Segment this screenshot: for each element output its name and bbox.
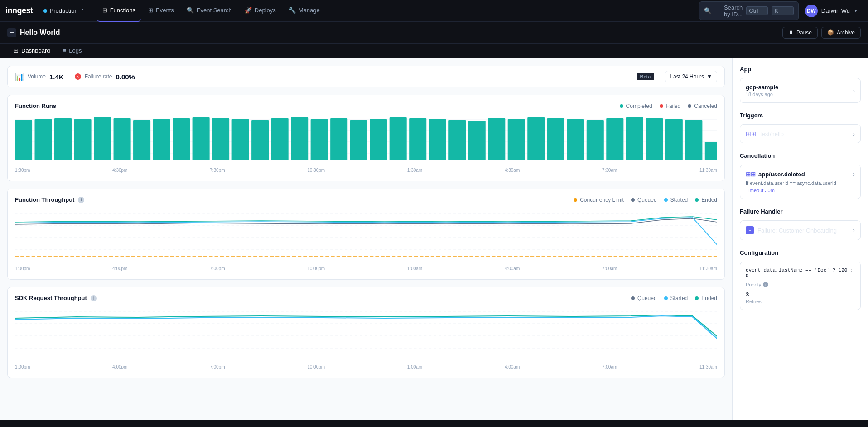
sdk-queued-dot [631, 296, 635, 300]
throughput-legend: Concurrency Limit Queued Started Ended [574, 197, 717, 203]
global-search[interactable]: 🔍 Search by ID... Ctrl K [699, 1, 799, 20]
nav-manage[interactable]: 🔧 Manage [283, 0, 325, 22]
function-title: Hello World [20, 29, 779, 37]
canceled-dot [688, 104, 691, 108]
svg-rect-29 [488, 118, 505, 160]
sdk-legend: Queued Started Ended [631, 295, 717, 301]
svg-rect-18 [271, 118, 289, 160]
config-section-title: Configuration [740, 249, 861, 256]
sub-header: ☰ Hello World ⏸ Pause 📦 Archive [0, 22, 868, 44]
completed-dot [620, 104, 623, 108]
runs-legend: Completed Failed Canceled [620, 103, 717, 109]
env-chevron: ⌃ [81, 8, 84, 13]
throughput-title: Function Throughput [15, 196, 74, 203]
throughput-info-icon: i [78, 197, 84, 203]
search-nav-icon: 🔍 [187, 7, 194, 14]
svg-rect-19 [291, 117, 308, 160]
app-card-content: gcp-sample 18 days ago [746, 84, 853, 97]
svg-rect-30 [508, 119, 525, 160]
function-icon: ☰ [7, 28, 16, 37]
svg-rect-22 [350, 120, 367, 160]
trigger-chevron-icon: › [853, 130, 855, 137]
failure-stat: Failure rate 0.00% [75, 73, 135, 81]
failure-section: Failure Handler F Failure: Customer Onbo… [740, 208, 861, 240]
event-search-label: Event Search [197, 7, 232, 14]
failure-icon [75, 73, 81, 80]
throughput-chart: 1:00pm 4:00pm 7:00pm 10:00pm 1:00am 4:00… [15, 209, 717, 272]
function-tabs: ⊞ Dashboard ≡ Logs [0, 44, 868, 58]
user-menu[interactable]: DW Darwin Wu ▼ [800, 3, 863, 19]
retries-label: Retries [746, 299, 855, 304]
svg-rect-14 [193, 117, 210, 160]
nav-event-search[interactable]: 🔍 Event Search [181, 0, 237, 22]
time-selector[interactable]: Last 24 Hours ▼ [665, 71, 717, 82]
svg-rect-15 [212, 118, 229, 160]
svg-rect-32 [547, 118, 564, 160]
sub-actions: ⏸ Pause 📦 Archive [782, 27, 861, 39]
cancellation-section: Cancellation ⊞⊞ app/user.deleted › If ev… [740, 152, 861, 199]
cancel-card[interactable]: ⊞⊞ app/user.deleted › If event.data.user… [740, 165, 861, 199]
manage-label: Manage [299, 7, 320, 14]
config-code: event.data.lastName == 'Doe' ? 120 : 0 [746, 267, 855, 278]
legend-ended: Ended [695, 197, 717, 203]
bar-chart-svg [15, 115, 717, 165]
app-card[interactable]: gcp-sample 18 days ago › [740, 78, 861, 103]
legend-failed: Failed [660, 103, 681, 109]
app-title: gcp-sample [746, 84, 853, 91]
nav-functions[interactable]: ⊞ Functions [97, 0, 141, 22]
legend-canceled: Canceled [688, 103, 717, 109]
top-nav: inngest Production ⌃ ⊞ Functions ⊞ Event… [0, 0, 868, 22]
function-throughput-section: Function Throughput i Concurrency Limit … [7, 189, 725, 280]
pause-button[interactable]: ⏸ Pause [782, 27, 818, 39]
nav-deploys[interactable]: 🚀 Deploys [239, 0, 281, 22]
svg-rect-13 [173, 118, 190, 160]
trigger-card[interactable]: ⊞⊞ test/hello › [740, 124, 861, 143]
legend-started: Started [664, 197, 688, 203]
sdk-svg [15, 307, 717, 361]
svg-rect-11 [133, 120, 150, 160]
cancel-event-icon: ⊞⊞ [746, 171, 756, 178]
trigger-card-inner: ⊞⊞ test/hello [746, 130, 853, 137]
sdk-info-icon: i [91, 295, 97, 301]
kbd-k: K [772, 6, 793, 15]
sdk-ended-dot [695, 296, 699, 300]
cancellation-title: Cancellation [740, 152, 861, 159]
sdk-throughput-section: SDK Request Throughput i Queued Started … [7, 287, 725, 378]
pause-icon: ⏸ [788, 29, 794, 36]
tab-logs[interactable]: ≡ Logs [57, 44, 88, 58]
env-selector[interactable]: Production ⌃ [39, 5, 89, 16]
svg-rect-28 [468, 121, 486, 160]
failed-dot [660, 104, 663, 108]
search-icon: 🔍 [704, 7, 720, 14]
started-dot [664, 198, 668, 202]
svg-rect-34 [587, 120, 604, 160]
svg-rect-20 [311, 119, 328, 160]
bar-chart: 1:30pm 4:30pm 7:30pm 10:30pm 1:30am 4:30… [15, 115, 717, 174]
deploys-label: Deploys [255, 7, 276, 14]
svg-rect-35 [606, 118, 623, 160]
svg-rect-38 [665, 119, 683, 160]
svg-rect-31 [527, 117, 545, 160]
svg-rect-26 [429, 119, 446, 160]
sdk-x-labels: 1:00pm 4:00pm 7:00pm 10:00pm 1:00am 4:00… [15, 363, 717, 371]
svg-rect-33 [567, 119, 584, 160]
volume-label: Volume [28, 73, 46, 80]
svg-rect-16 [232, 119, 249, 160]
runs-x-labels: 1:30pm 4:30pm 7:30pm 10:30pm 1:30am 4:30… [15, 166, 717, 175]
tab-dashboard[interactable]: ⊞ Dashboard [7, 44, 57, 58]
failure-card[interactable]: F Failure: Customer Onboarding › [740, 220, 861, 240]
nav-events[interactable]: ⊞ Events [143, 0, 179, 22]
env-label: Production [50, 7, 78, 14]
svg-rect-36 [626, 117, 643, 160]
user-avatar: DW [805, 5, 818, 17]
right-panel: App gcp-sample 18 days ago › Triggers ⊞⊞… [732, 58, 868, 420]
logo: inngest [5, 6, 33, 15]
events-icon: ⊞ [148, 7, 153, 14]
app-section: App gcp-sample 18 days ago › [740, 66, 861, 103]
legend-sdk-queued: Queued [631, 295, 657, 301]
throughput-svg [15, 209, 717, 263]
app-chevron-icon: › [853, 87, 855, 94]
svg-rect-5 [15, 120, 32, 160]
archive-button[interactable]: 📦 Archive [821, 27, 861, 39]
trigger-event-icon: ⊞⊞ [746, 130, 757, 137]
